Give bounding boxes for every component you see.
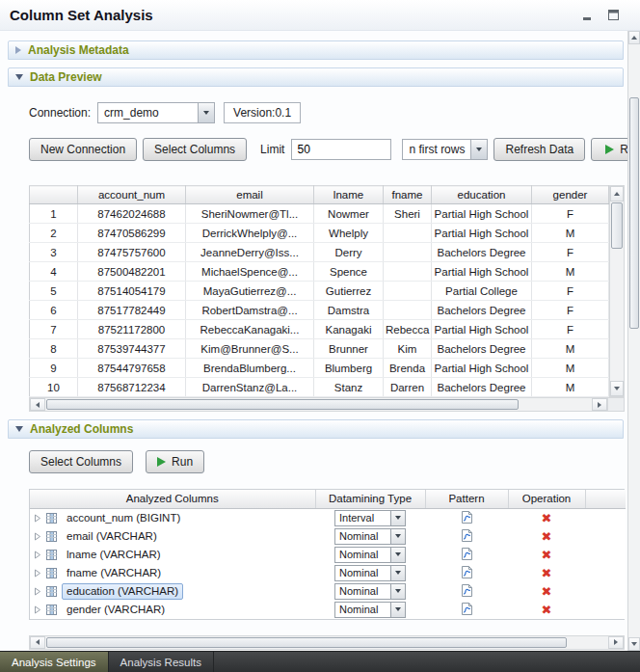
email-cell[interactable]: JeanneDerry@Iss... [186,243,314,262]
scroll-down-button[interactable] [628,637,640,651]
email-cell[interactable]: Kim@Brunner@S... [186,339,314,359]
row-number-cell[interactable]: 2 [30,224,78,243]
delete-icon[interactable]: ✖ [542,548,552,562]
analyzed-column-name[interactable]: lname (VARCHAR) [62,547,166,563]
scrollbar-track[interactable] [610,202,624,381]
chevron-down-icon[interactable] [390,511,405,525]
email-cell[interactable]: RebeccaKanagaki... [186,320,314,339]
delete-icon[interactable]: ✖ [542,584,552,599]
analyzed-column-row[interactable]: education (VARCHAR) Nominal [30,582,626,601]
preview-horizontal-scrollbar[interactable] [29,397,608,412]
fname-cell[interactable] [384,301,432,320]
fname-cell[interactable] [384,262,432,282]
chevron-right-icon[interactable] [34,587,41,596]
analyzed-column-name[interactable]: gender (VARCHAR) [62,602,170,618]
email-cell[interactable]: SheriNowmer@Tl... [186,204,314,224]
education-cell[interactable]: Partial High School [432,359,532,378]
preview-column-header[interactable]: gender [532,186,609,204]
analyzed-column-row[interactable]: account_num (BIGINT) Interval [30,508,626,527]
account-num-cell[interactable]: 87514054179 [78,282,186,301]
analyzed-column-header[interactable]: Datamining Type [315,490,425,508]
chevron-right-icon[interactable] [34,532,41,541]
lname-cell[interactable]: Whelply [314,224,384,243]
editor-vertical-scrollbar[interactable] [627,31,640,651]
row-mode-combo[interactable]: n first rows [402,139,488,160]
row-number-cell[interactable]: 1 [30,204,78,224]
gender-cell[interactable]: F [532,282,609,301]
account-num-cell[interactable]: 87470586299 [78,224,186,243]
analyzed-column-name[interactable]: education (VARCHAR) [62,583,183,600]
analyzed-column-name[interactable]: account_num (BIGINT) [62,510,185,526]
education-cell[interactable]: Bachelors Degree [432,378,532,397]
lname-cell[interactable]: Kanagaki [314,320,384,339]
education-cell[interactable]: Bachelors Degree [432,339,532,359]
fname-cell[interactable] [384,243,432,262]
fname-cell[interactable]: Brenda [384,359,432,378]
lname-cell[interactable]: Blumberg [314,359,384,378]
scroll-down-button[interactable] [610,381,624,396]
scrollbar-track[interactable] [628,44,640,637]
chevron-down-icon[interactable] [390,584,405,599]
row-number-cell[interactable]: 3 [30,243,78,262]
account-num-cell[interactable]: 87462024688 [78,204,186,224]
preview-column-header[interactable] [30,186,78,204]
email-cell[interactable]: BrendaBlumberg... [186,359,314,378]
preview-column-header[interactable]: education [432,186,532,204]
chevron-down-icon[interactable] [390,548,405,562]
scrollbar-track[interactable] [45,636,608,649]
pattern-icon[interactable] [461,570,473,581]
scroll-up-button[interactable] [610,186,624,202]
chevron-down-icon[interactable] [390,566,405,580]
fname-cell[interactable]: Sheri [384,204,432,224]
preview-column-header[interactable]: fname [384,186,432,204]
minimize-icon[interactable] [580,8,596,22]
datamining-type-combo[interactable]: Nominal [334,528,406,545]
section-analysis-metadata[interactable]: Analysis Metadata [8,40,624,60]
run-button[interactable]: Run [591,138,627,161]
delete-icon[interactable]: ✖ [542,603,552,617]
analyzed-column-header[interactable] [585,490,626,508]
gender-cell[interactable]: M [532,339,609,359]
email-cell[interactable]: DarrenStanz@La... [186,378,314,397]
datamining-type-combo[interactable]: Nominal [334,547,406,563]
preview-column-header[interactable]: account_num [78,186,186,204]
chevron-right-icon[interactable] [34,551,41,559]
email-cell[interactable]: MayaGutierrez@... [186,282,314,301]
email-cell[interactable]: MichaelSpence@... [186,262,314,282]
bottom-horizontal-scrollbar[interactable] [29,635,625,650]
datamining-type-combo[interactable]: Interval [334,510,406,526]
chevron-right-icon[interactable] [34,605,41,614]
analyzed-column-header[interactable]: Pattern [425,490,508,508]
education-cell[interactable]: Partial High School [432,204,532,224]
account-num-cell[interactable]: 87500482201 [78,262,186,282]
lname-cell[interactable]: Stanz [314,378,384,397]
gender-cell[interactable]: F [532,320,609,339]
preview-table-row[interactable]: 5 87514054179 MayaGutierrez@... Gutierre… [30,282,609,301]
scrollbar-thumb[interactable] [46,637,567,648]
analyzed-column-name[interactable]: email (VARCHAR) [62,528,162,545]
row-number-cell[interactable]: 10 [30,378,78,397]
scroll-right-button[interactable] [608,636,624,649]
preview-column-header[interactable]: email [186,186,314,204]
bottom-tab[interactable]: Analysis Settings [0,652,109,672]
lname-cell[interactable]: Gutierrez [314,282,384,301]
preview-column-header[interactable]: lname [314,186,384,204]
row-number-cell[interactable]: 5 [30,282,78,301]
fname-cell[interactable]: Rebecca [384,320,432,339]
scroll-up-button[interactable] [628,31,640,44]
account-num-cell[interactable]: 87539744377 [78,339,186,359]
preview-table-row[interactable]: 2 87470586299 DerrickWhelply@... Whelply… [30,224,609,243]
chevron-down-icon[interactable] [390,529,405,544]
analyzed-column-row[interactable]: email (VARCHAR) Nominal [30,527,626,546]
chevron-down-icon[interactable] [470,140,487,159]
limit-input[interactable] [291,139,391,160]
gender-cell[interactable]: M [532,359,609,378]
education-cell[interactable]: Partial College [432,282,532,301]
analyzed-column-row[interactable]: gender (VARCHAR) Nominal [30,601,626,619]
analyzed-column-header[interactable]: Analyzed Columns [30,490,315,508]
scrollbar-thumb[interactable] [46,399,519,410]
scrollbar-thumb[interactable] [611,202,623,249]
education-cell[interactable]: Partial High School [432,224,532,243]
lname-cell[interactable]: Nowmer [314,204,384,224]
preview-table-row[interactable]: 6 87517782449 RobertDamstra@... Damstra … [30,301,609,320]
